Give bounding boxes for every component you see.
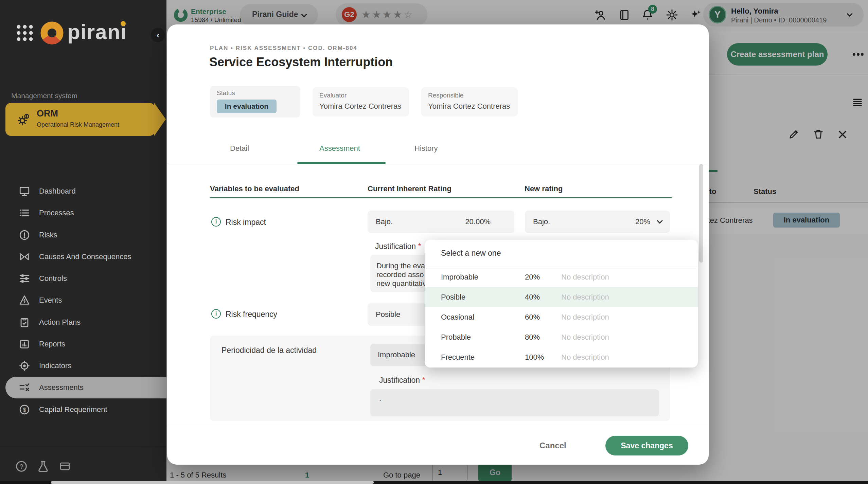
evaluator-label: Evaluator <box>319 92 347 99</box>
sidebar-item-assessments[interactable]: Assessments <box>5 377 166 398</box>
sidebar-section-label: Management system <box>11 92 77 100</box>
info-icon[interactable]: i <box>211 217 221 227</box>
pirani-logo-icon <box>40 21 64 45</box>
orm-gear-alert-icon <box>17 113 30 126</box>
rating-dropdown: Select a new one Improbable 20% No descr… <box>425 240 698 368</box>
apps-grid-icon[interactable] <box>14 22 35 43</box>
brand-dot <box>121 21 126 26</box>
dropdown-option-posible[interactable]: Posible 40% No description <box>425 287 698 307</box>
sidebar-item-label: Assessments <box>39 383 84 392</box>
collapse-sidebar-button[interactable]: ‹ <box>151 28 165 42</box>
billing-card-icon[interactable] <box>58 461 71 472</box>
horizontal-scrollbar-thumb[interactable] <box>51 481 374 484</box>
sliders-icon <box>19 273 30 284</box>
sidebar-item-reports[interactable]: Reports <box>0 333 166 355</box>
sidebar-module-orm[interactable]: ORM Operational Risk Management <box>5 103 155 136</box>
labs-flask-icon[interactable] <box>37 460 50 473</box>
sidebar-item-label: Action Plans <box>39 318 81 327</box>
periodicity-title: Periodicidad de la actividad <box>222 346 317 355</box>
risk-impact-current-rating: Bajo. 20.00% <box>368 211 514 233</box>
dropdown-option-improbable[interactable]: Improbable 20% No description <box>425 267 698 287</box>
sidebar-item-label: Processes <box>39 209 74 217</box>
risk-impact-label: Risk impact <box>226 218 266 227</box>
responsible-card: Responsible Yomira Cortez Contreras <box>421 87 518 116</box>
tab-assessment[interactable]: Assessment <box>319 144 360 153</box>
module-arrow <box>154 103 166 136</box>
sidebar-item-label: Causes And Consequences <box>39 252 131 261</box>
dashboard-icon <box>19 185 30 197</box>
sidebar-item-dashboard[interactable]: Dashboard <box>0 180 166 202</box>
clipboard-check-icon <box>19 317 30 328</box>
sidebar-item-risks[interactable]: Risks <box>0 224 166 246</box>
status-card: Status In evaluation <box>210 86 300 118</box>
dropdown-option-frecuente[interactable]: Frecuente 100% No description <box>425 347 698 367</box>
sidebar-item-processes[interactable]: Processes <box>0 202 166 224</box>
sidebar-item-label: Risks <box>39 231 57 239</box>
risk-impact-new-rating-select[interactable]: Bajo. 20% <box>525 211 670 233</box>
active-tab-underline <box>297 162 386 164</box>
column-variables: Variables to be evaluated <box>210 184 299 193</box>
dropdown-option-probable[interactable]: Probable 80% No description <box>425 327 698 347</box>
processes-icon <box>19 207 30 219</box>
tabs-divider <box>167 164 709 164</box>
evaluator-value: Yomira Cortez Contreras <box>319 102 401 111</box>
sidebar-item-capital-requeriment[interactable]: $ Capital Requeriment <box>0 399 166 420</box>
current-rating-pct: 20.00% <box>465 217 491 226</box>
dropdown-header: Select a new one <box>425 240 698 267</box>
alert-circle-icon <box>19 229 30 241</box>
sidebar-item-events[interactable]: Events <box>0 289 166 311</box>
cancel-button[interactable]: Cancel <box>539 441 566 450</box>
status-card-label: Status <box>217 89 235 97</box>
sidebar-item-controls[interactable]: Controls <box>0 268 166 289</box>
orm-name: Operational Risk Management <box>37 121 119 128</box>
sidebar: pirani ‹ Management system ORM Operation… <box>0 0 166 484</box>
status-badge: In evaluation <box>217 100 277 113</box>
evaluator-card: Evaluator Yomira Cortez Contreras <box>313 87 409 116</box>
justification-label: Justification * <box>379 376 425 385</box>
column-new-rating: New rating <box>525 184 563 193</box>
table-header-underline <box>210 197 672 198</box>
sidebar-item-indicators[interactable]: Indicators <box>0 355 166 377</box>
responsible-value: Yomira Cortez Contreras <box>428 102 510 111</box>
sidebar-item-causes-consequences[interactable]: Causes And Consequences <box>0 246 166 268</box>
save-changes-button[interactable]: Save changes <box>605 436 688 455</box>
page-title: Service Ecosystem Interruption <box>209 55 393 69</box>
dropdown-option-ocasional[interactable]: Ocasional 60% No description <box>425 307 698 327</box>
horizontal-scrollbar-track[interactable] <box>0 481 868 484</box>
dollar-circle-icon: $ <box>19 404 30 415</box>
breadcrumb: PLAN • RISK ASSESSMENT • COD. ORM-804 <box>210 45 357 52</box>
justification-label: Justification * <box>375 242 421 251</box>
required-asterisk: * <box>418 242 421 251</box>
footer-divider <box>167 424 709 424</box>
modal-scrollbar[interactable] <box>699 164 703 263</box>
sidebar-item-label: Controls <box>39 274 67 283</box>
info-icon[interactable]: i <box>211 309 221 319</box>
checklist-icon <box>19 382 30 393</box>
tab-history[interactable]: History <box>414 144 438 153</box>
bowtie-icon <box>19 251 30 263</box>
target-icon <box>19 360 30 372</box>
new-rating-name: Bajo. <box>533 217 550 226</box>
sidebar-item-label: Capital Requeriment <box>39 405 107 414</box>
risk-assessment-modal: PLAN • RISK ASSESSMENT • COD. ORM-804 Se… <box>167 24 709 465</box>
svg-text:?: ? <box>20 463 23 470</box>
chevron-down-icon <box>655 217 665 227</box>
orm-code: ORM <box>37 108 58 119</box>
sidebar-item-action-plans[interactable]: Action Plans <box>0 311 166 333</box>
periodicity-current-chip[interactable]: Improbable <box>370 344 429 366</box>
risk-frequency-label: Risk frequency <box>226 310 277 319</box>
brand-wordmark: pirani <box>67 20 127 44</box>
sidebar-item-label: Dashboard <box>39 187 76 196</box>
tab-detail[interactable]: Detail <box>230 144 249 153</box>
warning-bolt-icon <box>19 294 30 306</box>
new-rating-pct: 20% <box>635 217 650 226</box>
help-icon[interactable]: ? <box>15 460 28 473</box>
sidebar-item-label: Events <box>39 296 62 305</box>
current-rating-name: Bajo. <box>376 217 393 226</box>
svg-text:$: $ <box>23 407 26 413</box>
frequency-current-name: Posible <box>376 310 400 319</box>
screen: Enterprise 15984 / Unlimited Pirani Guid… <box>0 0 868 484</box>
required-asterisk: * <box>422 376 425 384</box>
sidebar-item-label: Reports <box>39 340 65 348</box>
risk-frequency-justification-textarea[interactable]: . <box>370 389 659 416</box>
